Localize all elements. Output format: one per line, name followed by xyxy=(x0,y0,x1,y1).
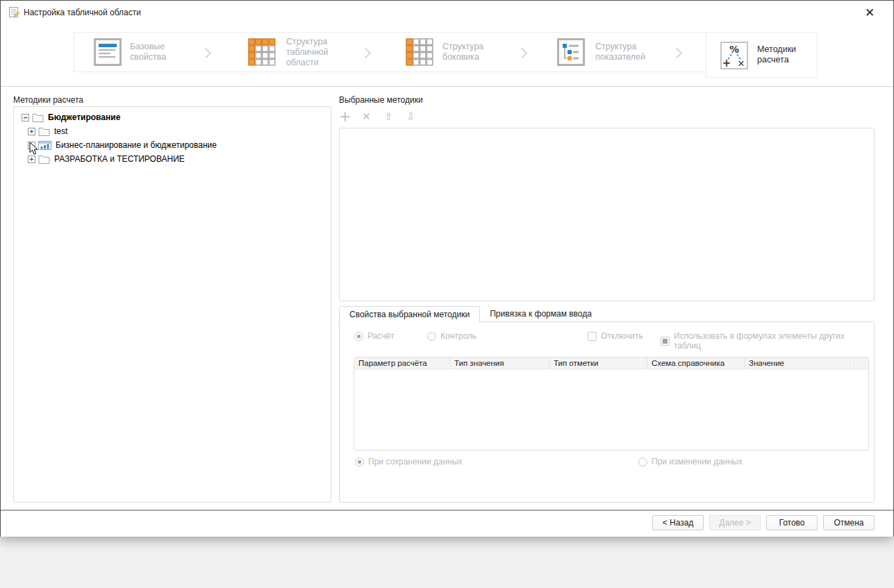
control-radio-label: Контроль xyxy=(440,331,477,341)
on-change-radio[interactable]: При изменении данных xyxy=(638,457,743,467)
right-panel-title: Выбранные методики xyxy=(339,95,423,105)
cancel-button[interactable]: Отмена xyxy=(823,515,875,530)
add-icon[interactable]: + xyxy=(339,110,349,124)
calc-radio[interactable]: Расчёт xyxy=(354,331,395,341)
folder-icon xyxy=(38,155,50,164)
checkbox-icon xyxy=(588,332,597,341)
next-button[interactable]: Далее > xyxy=(709,515,761,530)
on-save-radio-label: При сохранении данных xyxy=(368,457,463,467)
tree-item-label: Бюджетирование xyxy=(48,112,120,122)
chevron-right-icon xyxy=(672,48,683,59)
step-base-properties[interactable]: Базовые свойства xyxy=(130,42,173,62)
folder-icon xyxy=(38,127,50,136)
tree-item-business-planning[interactable]: + Бизнес-планирование и бюджетирование xyxy=(14,138,331,152)
tree-item-label: РАЗРАБОТКА и ТЕСТИРОВАНИЕ xyxy=(54,154,185,164)
sidebar-structure-icon xyxy=(406,38,433,66)
step-calc-methods-box: % + ✕ Методики расчета xyxy=(706,32,818,78)
close-icon[interactable]: ✕ xyxy=(863,6,877,19)
step-calc-methods[interactable]: Методики расчета xyxy=(757,44,804,65)
settings-dialog: Настройка табличной области ✕ Базовые св… xyxy=(0,0,894,537)
svg-text:+: + xyxy=(722,57,731,69)
tree-item-label: Бизнес-планирование и бюджетирование xyxy=(56,140,217,150)
column-header-empty xyxy=(855,358,868,369)
method-properties-panel: Расчёт Контроль Отключить Использовать в… xyxy=(339,321,875,503)
left-panel-title: Методики расчета xyxy=(13,95,83,105)
chevron-right-icon xyxy=(361,48,372,59)
methods-tree: − Бюджетирование + test + xyxy=(13,106,331,503)
use-formulas-checkbox[interactable]: Использовать в формулах элементы других … xyxy=(661,331,874,351)
chevron-right-icon xyxy=(201,48,212,59)
tab-strip: Свойства выбранной методики Привязка к ф… xyxy=(339,306,602,322)
column-header-value-type[interactable]: Тип значения xyxy=(450,358,549,369)
step-indicators-structure[interactable]: Структура показателей xyxy=(595,42,654,62)
footer-bar: < Назад Далее > Готово Отмена xyxy=(1,511,893,537)
tree-item-test[interactable]: + test xyxy=(14,124,331,138)
svg-text:✕: ✕ xyxy=(738,58,745,69)
selected-methods-list xyxy=(339,128,875,301)
move-down-icon[interactable]: ⇩ xyxy=(406,110,416,124)
back-button[interactable]: < Назад xyxy=(652,515,704,530)
radio-icon xyxy=(355,457,364,467)
column-header-param[interactable]: Параметр расчёта xyxy=(354,358,450,369)
expand-icon[interactable]: + xyxy=(28,156,35,163)
on-save-radio[interactable]: При сохранении данных xyxy=(355,457,463,467)
collapse-icon[interactable]: − xyxy=(22,114,29,121)
remove-icon[interactable]: ✕ xyxy=(361,110,372,124)
tree-item-label: test xyxy=(54,126,67,136)
document-settings-icon xyxy=(8,6,20,18)
svg-text:%: % xyxy=(729,44,739,55)
tab-method-properties[interactable]: Свойства выбранной методики xyxy=(339,306,480,322)
indicators-structure-icon xyxy=(557,38,585,66)
radio-icon xyxy=(354,332,363,341)
disable-checkbox-label: Отключить xyxy=(601,331,643,341)
header-separator xyxy=(1,86,893,87)
folder-icon xyxy=(32,113,44,122)
calc-radio-label: Расчёт xyxy=(367,331,395,341)
mouse-cursor xyxy=(29,142,39,156)
step-table-structure[interactable]: Структура табличной области xyxy=(286,37,342,68)
move-up-icon[interactable]: ⇧ xyxy=(383,110,394,124)
control-radio[interactable]: Контроль xyxy=(427,331,477,341)
tree-item-budgeting[interactable]: − Бюджетирование xyxy=(14,110,331,124)
radio-icon xyxy=(638,457,647,467)
chevron-right-icon xyxy=(517,48,528,59)
selected-methods-toolbar: + ✕ ⇧ ⇩ xyxy=(339,110,416,124)
tree-item-development-testing[interactable]: + РАЗРАБОТКА и ТЕСТИРОВАНИЕ xyxy=(14,152,331,166)
base-properties-icon xyxy=(94,38,122,66)
tab-input-forms-binding[interactable]: Привязка к формам ввода xyxy=(480,306,602,322)
window-title: Настройка табличной области xyxy=(24,8,141,17)
column-header-dict-schema[interactable]: Схема справочника xyxy=(647,358,745,369)
step-sidebar-structure[interactable]: Структура боковика xyxy=(442,42,492,62)
expand-icon[interactable]: + xyxy=(28,128,35,135)
chart-icon xyxy=(38,141,51,150)
title-bar: Настройка табличной области ✕ xyxy=(1,1,893,24)
column-header-value[interactable]: Значение xyxy=(745,358,855,369)
calc-params-table: Параметр расчёта Тип значения Тип отметк… xyxy=(354,357,869,451)
disable-checkbox[interactable]: Отключить xyxy=(588,331,643,341)
wizard-steps-bar: Базовые свойства xyxy=(74,32,817,72)
use-formulas-checkbox-label: Использовать в формулах элементы других … xyxy=(674,331,874,351)
checkbox-checked-icon xyxy=(661,337,670,346)
calc-methods-icon: % + ✕ xyxy=(720,42,748,69)
radio-icon xyxy=(427,332,436,341)
finish-button[interactable]: Готово xyxy=(766,515,818,530)
column-header-mark-type[interactable]: Тип отметки xyxy=(549,358,647,369)
table-area-icon xyxy=(248,38,276,66)
on-change-radio-label: При изменении данных xyxy=(652,457,743,467)
calc-params-header: Параметр расчёта Тип значения Тип отметк… xyxy=(354,358,868,369)
